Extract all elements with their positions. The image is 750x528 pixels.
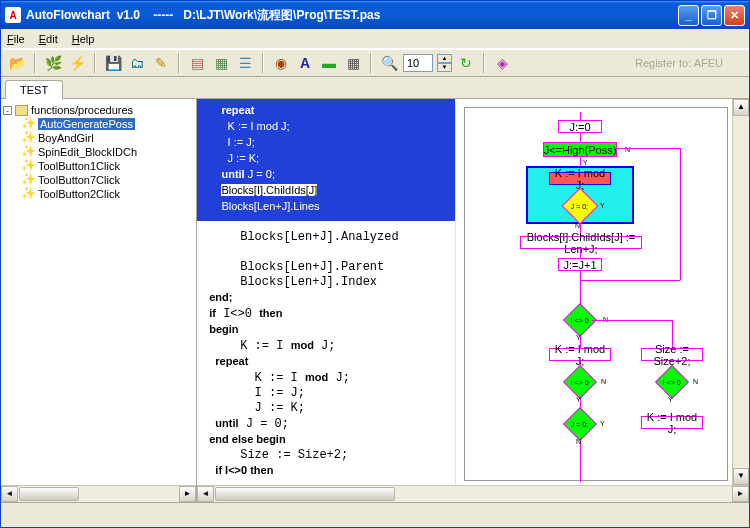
register-label: Register to: AFEU xyxy=(635,57,743,69)
list-icon[interactable]: ☰ xyxy=(235,53,255,73)
app-icon: A xyxy=(5,7,21,23)
bolt-icon[interactable]: ⚡ xyxy=(67,53,87,73)
refresh-icon[interactable]: ↻ xyxy=(456,53,476,73)
flow-node: K := I mod J; xyxy=(641,416,703,429)
doc-icon[interactable]: ▤ xyxy=(187,53,207,73)
flow-decision: J = 0; xyxy=(563,407,597,441)
close-button[interactable]: ✕ xyxy=(724,5,745,26)
doc2-icon[interactable]: ▦ xyxy=(211,53,231,73)
flow-node: J:=0 xyxy=(558,120,602,133)
edit-icon[interactable]: ✎ xyxy=(151,53,171,73)
zoom-icon[interactable]: 🔍 xyxy=(379,53,399,73)
window-title: AutoFlowchart v1.0 ----- D:\LJT\Work\流程图… xyxy=(26,7,678,24)
font-icon[interactable]: A xyxy=(295,53,315,73)
menu-file[interactable]: File xyxy=(7,33,25,45)
wand-icon: ✨ xyxy=(21,160,35,172)
wand-icon: ✨ xyxy=(21,174,35,186)
tree-root[interactable]: - functions/procedures xyxy=(3,103,194,117)
saveall-icon[interactable]: 🗂 xyxy=(127,53,147,73)
menu-edit[interactable]: Edit xyxy=(39,33,58,45)
tree-item[interactable]: ✨ToolButton7Click xyxy=(21,173,194,187)
maximize-button[interactable]: ❐ xyxy=(701,5,722,26)
tree-item[interactable]: ✨AutoGeneratePoss xyxy=(21,117,194,131)
grid-icon[interactable]: ▦ xyxy=(343,53,363,73)
tree-item[interactable]: ✨ToolButton2Click xyxy=(21,187,194,201)
code-panel[interactable]: repeat K := I mod J; I := J; J := K; unt… xyxy=(197,99,455,485)
flow-node: K := I mod J; xyxy=(549,172,611,185)
flowchart-panel[interactable]: J:=0 J<=High(Poss) N Y K := I mod J; J =… xyxy=(455,99,732,485)
flow-decision: I <> 0 xyxy=(563,365,597,399)
flow-node: Size := Size+2; xyxy=(641,348,703,361)
tab-bar: TEST xyxy=(1,77,749,99)
color-icon[interactable]: ▬ xyxy=(319,53,339,73)
flow-node: K := I mod J; xyxy=(549,348,611,361)
tree-item[interactable]: ✨BoyAndGirl xyxy=(21,131,194,145)
tree-icon[interactable]: 🌿 xyxy=(43,53,63,73)
flow-node: Blocks[I].ChildIds[J] := Len+J; xyxy=(520,236,642,249)
flow-node: J:=J+1 xyxy=(558,258,602,271)
tree: - functions/procedures ✨AutoGeneratePoss… xyxy=(1,99,196,485)
open-icon[interactable]: 📂 xyxy=(7,53,27,73)
zoom-input[interactable] xyxy=(403,54,433,72)
wand-icon: ✨ xyxy=(21,118,35,130)
menu-bar: File Edit Help xyxy=(1,29,749,49)
node-icon[interactable]: ◉ xyxy=(271,53,291,73)
status-bar xyxy=(1,502,749,524)
vscrollbar[interactable]: ▲▼ xyxy=(732,99,749,485)
flow-decision: I <> 0 xyxy=(655,365,689,399)
toolbar: 📂 🌿 ⚡ 💾 🗂 ✎ ▤ ▦ ☰ ◉ A ▬ ▦ 🔍 ▲▼ ↻ ◈ Regis… xyxy=(1,49,749,77)
help-icon[interactable]: ◈ xyxy=(492,53,512,73)
hscrollbar-left[interactable]: ◄► xyxy=(1,485,196,502)
tree-item[interactable]: ✨ToolButton1Click xyxy=(21,159,194,173)
zoom-spinner[interactable]: ▲▼ xyxy=(437,54,452,72)
flow-node: J<=High(Poss) xyxy=(543,142,617,157)
menu-help[interactable]: Help xyxy=(72,33,95,45)
tree-item[interactable]: ✨SpinEdit_BlockIDCh xyxy=(21,145,194,159)
tree-root-label: functions/procedures xyxy=(31,104,133,116)
wand-icon: ✨ xyxy=(21,188,35,200)
wand-icon: ✨ xyxy=(21,146,35,158)
left-panel: - functions/procedures ✨AutoGeneratePoss… xyxy=(1,99,197,502)
hscrollbar-right[interactable]: ◄► xyxy=(197,485,749,502)
wand-icon: ✨ xyxy=(21,132,35,144)
tab-test[interactable]: TEST xyxy=(5,80,63,99)
save-icon[interactable]: 💾 xyxy=(103,53,123,73)
minimize-button[interactable]: _ xyxy=(678,5,699,26)
